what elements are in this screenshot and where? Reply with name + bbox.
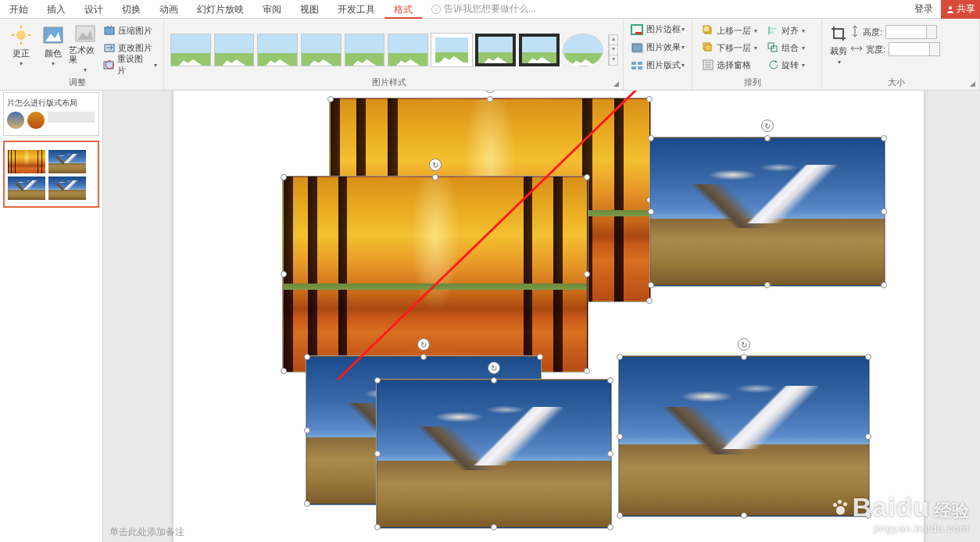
change-icon (103, 41, 116, 54)
tell-me-placeholder: 告诉我您想要做什么... (444, 2, 536, 16)
reset-picture-button[interactable]: 重设图片▾ (102, 56, 159, 73)
rotate-button[interactable]: 旋转▾ (765, 56, 807, 73)
style-preset-2[interactable] (214, 34, 255, 66)
login-link[interactable]: 登录 (907, 2, 941, 16)
group-button[interactable]: 组合▾ (765, 39, 807, 56)
tab-devtools[interactable]: 开发工具 (328, 0, 384, 19)
style-preset-9[interactable] (519, 34, 560, 66)
rotate-handle-icon[interactable]: ↻ (761, 119, 774, 132)
tab-review[interactable]: 审阅 (253, 0, 291, 19)
compress-pictures-button[interactable]: 压缩图片 (102, 22, 159, 39)
height-label: 高度: (863, 27, 882, 38)
width-input[interactable] (889, 42, 940, 56)
group-styles-label: 图片样式 (164, 77, 613, 88)
reset-icon (103, 59, 116, 71)
tab-transition[interactable]: 切换 (113, 0, 150, 19)
align-icon (767, 24, 779, 37)
svg-rect-22 (703, 26, 710, 32)
slide-canvas[interactable]: ↻ ↻ ↻ ↻ ↻ (173, 91, 924, 542)
gallery-expand-button[interactable]: ▾ (609, 55, 618, 66)
style-preset-4[interactable] (301, 34, 342, 66)
picture-mountain-bl-front[interactable]: ↻ (377, 380, 611, 528)
tab-format[interactable]: 格式 (384, 0, 422, 19)
style-preset-3[interactable] (257, 34, 298, 66)
crop-button[interactable]: 裁剪▾ (827, 20, 850, 75)
slide-1-title: 片怎么进行版式布局 (7, 98, 95, 109)
watermark: Baidu经验 jingyan.baidu.com (832, 492, 969, 534)
compress-icon (103, 24, 116, 37)
rotate-handle-icon[interactable]: ↻ (429, 159, 442, 171)
selection-icon (702, 59, 714, 71)
layout-icon (630, 59, 644, 72)
align-button[interactable]: 对齐▾ (765, 22, 807, 39)
slide-thumb-2[interactable] (3, 141, 99, 208)
corrections-button[interactable]: 更正▾ (5, 20, 37, 75)
picture-layout-button[interactable]: 图片版式▾ (628, 56, 687, 74)
tab-slideshow[interactable]: 幻灯片放映 (188, 0, 253, 19)
picture-autumn-front[interactable]: ↻ (283, 177, 588, 372)
color-button[interactable]: 颜色▾ (37, 20, 69, 75)
workspace: 片怎么进行版式布局 ↻ ↻ (0, 91, 980, 542)
watermark-cn: 经验 (935, 501, 969, 520)
artistic-icon (73, 23, 97, 44)
tell-me-search[interactable]: ♀ 告诉我您想要做什么... (422, 2, 907, 16)
share-label: 共享 (957, 2, 975, 16)
picture-effects-button[interactable]: 图片效果▾ (628, 38, 687, 56)
group-size-label: 大小 (822, 77, 970, 88)
svg-rect-20 (638, 66, 642, 70)
share-button[interactable]: 共享 (941, 0, 980, 19)
watermark-brand: Baidu (853, 492, 930, 522)
gallery-down-button[interactable]: ▾ (609, 45, 618, 55)
ribbon-tabs: 开始 插入 设计 切换 动画 幻灯片放映 审阅 视图 开发工具 格式 ♀ 告诉我… (0, 0, 980, 19)
rotate-handle-icon[interactable]: ↻ (488, 362, 500, 374)
border-icon (630, 23, 644, 36)
style-preset-6[interactable] (388, 34, 428, 66)
rotate-handle-icon[interactable]: ↻ (484, 91, 496, 93)
tab-view[interactable]: 视图 (291, 0, 328, 19)
svg-rect-31 (770, 31, 774, 34)
group-icon (767, 41, 779, 54)
svg-rect-30 (770, 27, 776, 30)
paw-icon (832, 499, 849, 516)
styles-launcher[interactable]: ◢ (613, 80, 621, 87)
svg-rect-18 (638, 62, 642, 65)
group-arrange: 上移一层▾ 下移一层▾ 选择窗格 对齐▾ 组合▾ 旋转▾ 排列 (692, 19, 822, 90)
tab-insert[interactable]: 插入 (38, 0, 75, 19)
style-preset-5[interactable] (345, 34, 385, 66)
tab-start[interactable]: 开始 (0, 0, 38, 19)
group-adjust: 更正▾ 颜色▾ 艺术效果▾ 压缩图片 更改图片 重设图片▾ 调整 (0, 19, 164, 90)
tab-design[interactable]: 设计 (75, 0, 113, 19)
gallery-up-button[interactable]: ▴ (609, 34, 618, 45)
style-preset-7[interactable] (431, 34, 472, 66)
svg-rect-14 (635, 32, 642, 34)
style-preset-1[interactable] (170, 34, 211, 66)
svg-rect-19 (631, 66, 636, 70)
ribbon: 更正▾ 颜色▾ 艺术效果▾ 压缩图片 更改图片 重设图片▾ 调整 (0, 19, 980, 91)
watermark-url: jingyan.baidu.com (832, 522, 969, 534)
group-picture-props: 图片边框▾ 图片效果▾ 图片版式▾ (624, 19, 692, 90)
gallery-scroll: ▴ ▾ ▾ (608, 35, 618, 66)
notes-placeholder[interactable]: 单击此处添加备注 (103, 522, 191, 542)
picture-mountain-top[interactable]: ↻ (650, 137, 885, 286)
artistic-effects-button[interactable]: 艺术效果▾ (69, 20, 101, 75)
picture-border-button[interactable]: 图片边框▾ (628, 20, 687, 38)
bring-forward-button[interactable]: 上移一层▾ (700, 22, 759, 39)
slide-editor[interactable]: ↻ ↻ ↻ ↻ ↻ (103, 91, 980, 542)
crop-icon (830, 25, 847, 44)
rotate-handle-icon[interactable]: ↻ (738, 338, 750, 351)
send-backward-button[interactable]: 下移一层▾ (700, 39, 759, 56)
slide-panel: 片怎么进行版式布局 (0, 91, 103, 542)
size-launcher[interactable]: ◢ (970, 80, 978, 87)
style-preset-10[interactable] (563, 34, 603, 66)
rotate-handle-icon[interactable]: ↻ (417, 338, 430, 351)
height-input[interactable] (885, 25, 937, 39)
effects-icon (630, 41, 644, 54)
height-icon (850, 25, 860, 39)
style-preset-8[interactable] (475, 34, 516, 66)
tab-animation[interactable]: 动画 (150, 0, 188, 19)
svg-point-0 (949, 6, 952, 9)
group-adjust-label: 调整 (0, 77, 154, 88)
width-label: 宽度: (866, 44, 885, 55)
slide-thumb-1[interactable]: 片怎么进行版式布局 (3, 92, 99, 136)
selection-pane-button[interactable]: 选择窗格 (700, 56, 759, 73)
